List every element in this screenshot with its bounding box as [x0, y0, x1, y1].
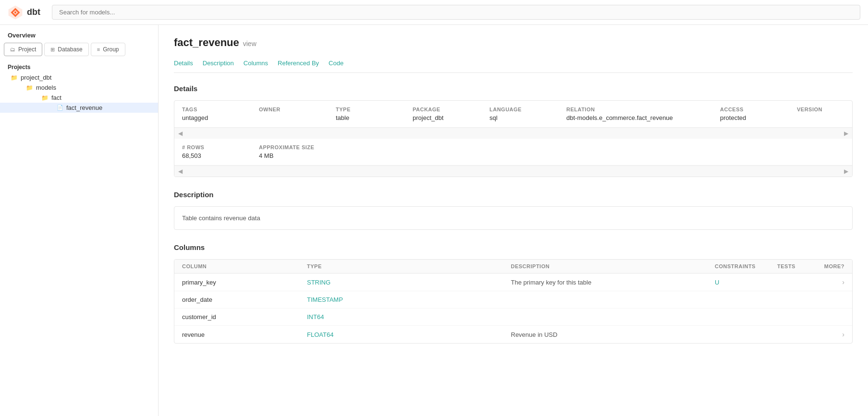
relation-value: dbt-models.e_commerce.fact_revenue	[566, 114, 701, 121]
tree-item-project-dbt[interactable]: 📁 project_dbt	[0, 72, 158, 83]
col-header-description: DESCRIPTION	[511, 263, 715, 269]
details-row-2: # ROWS 68,503 APPROXIMATE SIZE 4 MB	[174, 139, 852, 166]
page-title-type: view	[243, 40, 257, 48]
col-desc-0: The primary key for this table	[511, 279, 715, 286]
type-label: TYPE	[336, 107, 393, 112]
tree-label-fact: fact	[51, 94, 61, 101]
detail-cell-tags: TAGS untagged	[182, 107, 240, 121]
access-value: protected	[720, 114, 778, 121]
sidebar: Overview 🗂 Project ⊞ Database ≡ Group Pr…	[0, 25, 159, 416]
col-desc-3: Revenue in USD	[511, 331, 715, 338]
sidebar-tab-database-label: Database	[58, 46, 82, 53]
sidebar-tab-project-label: Project	[18, 46, 36, 53]
topbar: dbt	[0, 0, 868, 25]
svg-point-1	[14, 11, 17, 13]
tab-code[interactable]: Code	[329, 57, 343, 72]
rows-value: 68,503	[182, 152, 240, 159]
package-label: PACKAGE	[413, 107, 470, 112]
scroll-arrow-1: ◀ ▶	[174, 128, 852, 139]
tab-details[interactable]: Details	[174, 57, 193, 72]
col-name-2: customer_id	[182, 313, 307, 321]
nav-tabs: Details Description Columns Referenced B…	[174, 57, 853, 73]
col-type-0: STRING	[307, 279, 511, 286]
page-title-row: fact_revenue view	[174, 36, 853, 49]
table-row: customer_id INT64	[174, 309, 852, 326]
sidebar-tabs: 🗂 Project ⊞ Database ≡ Group	[0, 43, 158, 60]
detail-cell-rows: # ROWS 68,503	[182, 144, 240, 159]
tree-item-fact-revenue[interactable]: 📄 fact_revenue	[0, 103, 158, 113]
col-type-1: TIMESTAMP	[307, 296, 511, 303]
sidebar-tab-database[interactable]: ⊞ Database	[44, 43, 88, 56]
access-label: ACCESS	[720, 107, 778, 112]
col-type-3: FLOAT64	[307, 331, 511, 338]
projects-label: Projects	[0, 60, 158, 72]
tree-label-fact-revenue: fact_revenue	[66, 104, 102, 111]
layout: Overview 🗂 Project ⊞ Database ≡ Group Pr…	[0, 25, 868, 416]
search-bar[interactable]	[52, 5, 860, 20]
col-type-2: INT64	[307, 313, 511, 321]
file-icon-fact-revenue: 📄	[57, 105, 63, 111]
description-section-title: Description	[174, 190, 853, 199]
col-constraint-0: U	[715, 279, 777, 286]
tree-item-models[interactable]: 📁 models	[0, 83, 158, 93]
tab-columns[interactable]: Columns	[244, 57, 268, 72]
tree-item-fact[interactable]: 📁 fact	[0, 93, 158, 103]
scroll-left-1[interactable]: ◀	[178, 130, 183, 137]
tab-referenced-by[interactable]: Referenced By	[278, 57, 319, 72]
details-row-1: TAGS untagged OWNER TYPE table PACKAGE p…	[174, 101, 852, 128]
description-section: Description Table contains revenue data	[174, 190, 853, 230]
details-section-title: Details	[174, 84, 853, 93]
table-row: primary_key STRING The primary key for t…	[174, 273, 852, 291]
tags-value: untagged	[182, 114, 240, 121]
columns-section: Columns COLUMN TYPE DESCRIPTION CONSTRAI…	[174, 243, 853, 344]
col-header-constraints: CONSTRAINTS	[715, 263, 777, 269]
detail-cell-access: ACCESS protected	[720, 107, 778, 121]
scroll-left-2[interactable]: ◀	[178, 168, 183, 175]
folder-icon: 📁	[11, 74, 18, 81]
col-header-tests: TESTS	[777, 263, 816, 269]
sidebar-overview-label: Overview	[0, 25, 158, 43]
package-value: project_dbt	[413, 114, 470, 121]
tree-label-project-dbt: project_dbt	[21, 74, 51, 81]
detail-cell-version: VERSION	[797, 107, 853, 121]
sidebar-tree: 📁 project_dbt 📁 models 📁 fact 📄 fact_rev…	[0, 72, 158, 117]
detail-cell-type: TYPE table	[336, 107, 393, 121]
dbt-logo-icon	[8, 5, 23, 20]
detail-cell-owner: OWNER	[259, 107, 317, 121]
scroll-right-2[interactable]: ▶	[844, 168, 848, 175]
col-name-3: revenue	[182, 331, 307, 338]
sidebar-tab-group-label: Group	[103, 46, 119, 53]
sidebar-tab-project[interactable]: 🗂 Project	[4, 43, 42, 56]
tab-description[interactable]: Description	[203, 57, 234, 72]
columns-header-row: COLUMN TYPE DESCRIPTION CONSTRAINTS TEST…	[174, 260, 852, 273]
description-text: Table contains revenue data	[182, 214, 260, 222]
col-name-1: order_date	[182, 296, 307, 303]
table-row: order_date TIMESTAMP	[174, 291, 852, 309]
col-arrow-0[interactable]: ›	[816, 278, 844, 286]
type-value: table	[336, 114, 393, 121]
relation-label: RELATION	[566, 107, 701, 112]
rows-label: # ROWS	[182, 144, 240, 150]
search-input[interactable]	[52, 5, 860, 20]
scroll-right-1[interactable]: ▶	[844, 130, 848, 137]
tags-label: TAGS	[182, 107, 240, 112]
folder-icon-models: 📁	[26, 84, 33, 91]
detail-cell-relation: RELATION dbt-models.e_commerce.fact_reve…	[566, 107, 701, 121]
col-arrow-3[interactable]: ›	[816, 331, 844, 338]
approx-size-value: 4 MB	[259, 152, 317, 159]
group-tab-icon: ≡	[97, 47, 100, 52]
logo-text: dbt	[27, 7, 40, 17]
tree-label-models: models	[36, 84, 56, 91]
columns-section-title: Columns	[174, 243, 853, 251]
page-title: fact_revenue	[174, 36, 239, 49]
col-header-column: COLUMN	[182, 263, 307, 269]
details-table: TAGS untagged OWNER TYPE table PACKAGE p…	[174, 100, 853, 177]
language-label: LANGUAGE	[489, 107, 547, 112]
col-name-0: primary_key	[182, 279, 307, 286]
owner-label: OWNER	[259, 107, 317, 112]
version-label: VERSION	[797, 107, 853, 112]
folder-icon-fact: 📁	[41, 95, 49, 101]
logo: dbt	[8, 5, 40, 20]
sidebar-tab-group[interactable]: ≡ Group	[91, 43, 125, 56]
main-content: fact_revenue view Details Description Co…	[159, 25, 868, 416]
